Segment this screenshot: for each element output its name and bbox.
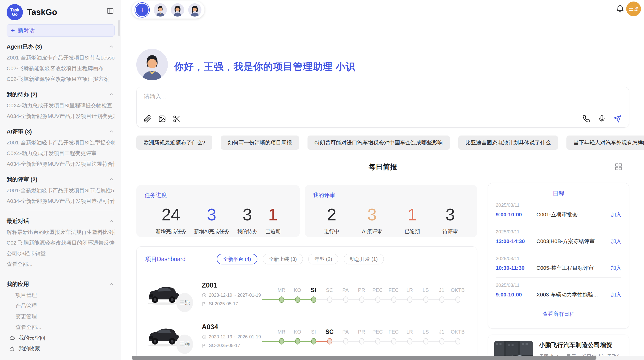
sidebar-group-header[interactable]: 我的评审 (2) xyxy=(7,174,114,185)
sidebar-group-title: 我的待办 (2) xyxy=(7,91,37,98)
stat-row: 24新增完成任务3新增AI完成任务3我的待办1已逾期 xyxy=(144,206,292,235)
stat-label: 新增AI完成任务 xyxy=(194,228,229,235)
sidebar: Task Go TaskGo + 新对话 Agent已办 (3)Z001-全新燃… xyxy=(0,0,121,360)
sidebar-collapse-icon[interactable] xyxy=(106,7,114,15)
milestone-dot xyxy=(279,296,284,303)
sidebar-item[interactable]: C02-飞腾新能源轻客改款项目的闭环通告反馈情况 xyxy=(7,237,114,248)
sidebar-item[interactable]: Z001-全新燃油皮卡产品开发项目SI节点Lesson Learn报告 xyxy=(7,52,114,63)
project-next-milestone: SC-2025-05-17 xyxy=(202,343,272,348)
schedule-title: 日程 xyxy=(496,183,621,198)
sidebar-item[interactable]: 查看全部... xyxy=(7,259,114,269)
clock-icon xyxy=(202,293,207,298)
chevron-up-icon xyxy=(108,44,114,50)
new-chat-button[interactable]: + 新对话 xyxy=(7,24,115,37)
stat-value: 24 xyxy=(156,206,186,223)
sidebar-item[interactable]: Z001-全新燃油轻卡产品开发项目SI节点属性5D文件评审 xyxy=(7,185,114,196)
milestone-dot xyxy=(343,338,348,344)
suggestion-chip[interactable]: 比亚迪全固态电池计划具体说了什么 xyxy=(458,136,558,150)
dashboard-tab[interactable]: 年型 (2) xyxy=(308,254,338,264)
send-icon[interactable] xyxy=(613,115,621,123)
apps-sub-item[interactable]: 项目管理 xyxy=(7,290,114,301)
stat: 24新增完成任务 xyxy=(156,206,186,235)
suggestion-chip[interactable]: 如何写一份清晰的项目周报 xyxy=(221,136,299,150)
greeting-text: 你好，王强，我是你的项目管理助理 小识 xyxy=(174,60,356,73)
sidebar-item[interactable]: A034-全新新能源MUV产品开发项目法规符合性评审 xyxy=(7,159,114,169)
sidebar-item[interactable]: A034-全新新能源MUV产品开发项目计划变更表编写 xyxy=(7,111,114,122)
sidebar-link-star[interactable]: 我的收藏 xyxy=(7,343,114,354)
phone-call-icon[interactable] xyxy=(582,115,590,123)
schedule-events: 2025/03/119:00-10:00C001-立项审批会加入2025/03/… xyxy=(496,198,621,304)
dashboard-tab[interactable]: 全新平台 (4) xyxy=(217,254,257,264)
sidebar-item[interactable]: 解释最新出台的欧盟报废车法规再生塑料比例被调至15%... xyxy=(7,227,114,237)
sidebar-item[interactable]: A034-全新新能源MUV产品开发项目造型可行性评审 xyxy=(7,196,114,206)
chat-input[interactable] xyxy=(144,93,525,108)
layout-grid-icon[interactable] xyxy=(614,163,623,171)
sidebar-item[interactable]: C02-飞腾新能源轻客改款项目里程碑画布 xyxy=(7,63,114,74)
sidebar-item[interactable]: Z001-全新燃油轻卡产品开发项目SI造型提交物评审 xyxy=(7,137,114,148)
view-all-schedule-link[interactable]: 查看所有日程 xyxy=(496,304,621,324)
apps-sub-item[interactable]: 产品管理 xyxy=(7,301,114,311)
notification-bell-icon[interactable] xyxy=(616,4,625,13)
apps-section: 我的应用 项目管理产品管理变更管理查看全部... 我的云空间我的收藏 AI超级员… xyxy=(7,279,114,360)
sidebar-item[interactable]: 公司Q3轻卡销量 xyxy=(7,248,114,259)
sidebar-item[interactable]: C02-飞腾新能源轻客改款项目立项汇报方案 xyxy=(7,74,114,84)
briefing-card: 我的评审2进行中3AI预评审1已逾期3待评审 xyxy=(305,185,477,237)
dashboard-tab[interactable]: 动总开发 (1) xyxy=(344,254,384,264)
milestone-fec: FEC xyxy=(386,286,402,303)
stat-label: 已逾期 xyxy=(265,228,281,235)
sidebar-group-header[interactable]: Agent已办 (3) xyxy=(7,41,114,52)
milestone-label: OKTB xyxy=(450,328,466,336)
suggestion-chip[interactable]: 当下年轻人对汽车外观有怎样的喜好趋势 xyxy=(566,136,644,150)
sidebar-group-header-apps[interactable]: 我的应用 xyxy=(7,279,114,290)
project-info: A0342023-12-19 ~ 2026-01-19SC-2025-05-17 xyxy=(202,323,272,348)
milestone-j1: J1 xyxy=(434,286,450,303)
add-agent-button[interactable]: + xyxy=(136,4,149,16)
user-avatar[interactable]: 王强 xyxy=(626,2,641,16)
stat-label: 我的待办 xyxy=(237,228,257,235)
suggestion-chip[interactable]: 欧洲新规最近颁布了什么? xyxy=(136,136,212,150)
apps-sub-item[interactable]: 查看全部... xyxy=(7,322,114,333)
sidebar-link-cloud[interactable]: 我的云空间 xyxy=(7,333,114,343)
sidebar-item[interactable]: C0X4-动力总成开发项目工程变更评审 xyxy=(7,148,114,159)
sidebar-group-header[interactable]: 最近对话 xyxy=(7,216,114,227)
event-name: C001-立项审批会 xyxy=(536,211,611,218)
assistant-avatar xyxy=(136,49,168,80)
stat: 3新增AI完成任务 xyxy=(194,206,229,235)
agent-avatar[interactable] xyxy=(188,3,201,17)
suggestion-chip[interactable]: 特朗普可能对进口汽车增税会对中国车企造成哪些影响 xyxy=(308,136,450,150)
agent-avatar[interactable] xyxy=(171,3,184,17)
apps-sub-item[interactable]: 变更管理 xyxy=(7,311,114,322)
main-content: + 王强 你好，王强，我是你的项目管理助理 小识 xyxy=(121,0,644,360)
sidebar-scrollbar-thumb[interactable] xyxy=(118,20,120,36)
stat-label: 已逾期 xyxy=(405,228,420,235)
suggestion-chips: 欧洲新规最近颁布了什么?如何写一份清晰的项目周报特朗普可能对进口汽车增税会对中国… xyxy=(136,136,630,150)
sidebar-header: Task Go TaskGo xyxy=(7,0,114,20)
horizontal-scrollbar-thumb[interactable] xyxy=(132,356,596,360)
event-join-link[interactable]: 加入 xyxy=(611,264,621,272)
scissors-icon[interactable] xyxy=(173,115,181,123)
image-icon[interactable] xyxy=(158,115,166,123)
milestone-label: PR xyxy=(354,286,370,294)
milestone-label: KO xyxy=(289,328,305,336)
horizontal-scrollbar xyxy=(132,356,644,360)
event-name: C003|H0B-方案冻结评审 xyxy=(536,238,611,245)
dashboard-tab[interactable]: 全新上装 (3) xyxy=(263,254,303,264)
milestone-fec: FEC xyxy=(386,328,402,345)
event-join-link[interactable]: 加入 xyxy=(611,291,621,298)
microphone-icon[interactable] xyxy=(598,115,606,123)
sidebar-group-header[interactable]: 我的待办 (2) xyxy=(7,89,114,100)
event-join-link[interactable]: 加入 xyxy=(611,211,621,218)
milestone-dot-area xyxy=(450,338,466,345)
project-row: 王强Z0012023-12-19 ~ 2027-01-19SI-2025-05-… xyxy=(137,273,477,315)
sidebar-group-header[interactable]: AI评审 (3) xyxy=(7,126,114,137)
milestone-dot-area xyxy=(450,296,466,303)
attachment-icon[interactable] xyxy=(144,115,152,123)
sidebar-item[interactable]: C0X4-动力总成开发项目SI里程碑提交物检查 xyxy=(7,100,114,111)
milestone-label: PA xyxy=(338,328,354,336)
agent-avatar[interactable] xyxy=(154,3,167,17)
event-join-link[interactable]: 加入 xyxy=(611,238,621,245)
event-row: 10:30-11:30C005-整车工程目标评审加入 xyxy=(496,264,621,272)
input-toolbar-left xyxy=(144,115,181,123)
apps-shortcuts: 我的云空间我的收藏 xyxy=(7,333,114,354)
event-row: 9:00-10:00C001-立项审批会加入 xyxy=(496,211,621,218)
